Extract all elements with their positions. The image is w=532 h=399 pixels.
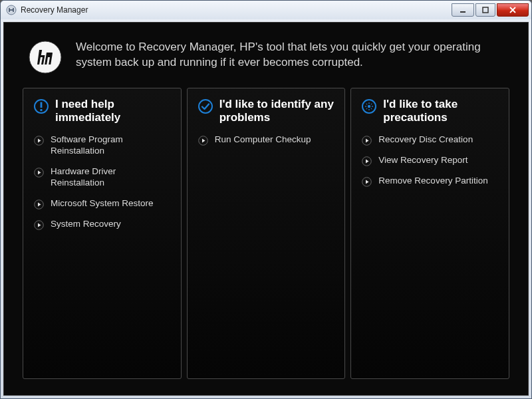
item-ms-system-restore[interactable]: Microsoft System Restore <box>34 198 170 209</box>
app-icon <box>6 5 17 15</box>
svg-point-15 <box>368 105 370 108</box>
item-view-recovery-report[interactable]: View Recovery Report <box>362 155 498 166</box>
column-head: I'd like to identify any problems <box>198 98 334 124</box>
column-immediate-help: I need help immediately Software Program… <box>23 88 182 379</box>
item-label: View Recovery Report <box>378 155 467 166</box>
column-items: Software Program Reinstallation Hardware… <box>34 134 170 230</box>
svg-point-7 <box>40 109 42 111</box>
column-items: Run Computer Checkup <box>198 134 334 146</box>
item-label: System Recovery <box>51 219 121 230</box>
header: Welcome to Recovery Manager, HP's tool t… <box>15 33 517 88</box>
play-icon <box>362 177 372 187</box>
item-software-reinstall[interactable]: Software Program Reinstallation <box>34 134 170 157</box>
item-label: Hardware Driver Reinstallation <box>51 166 170 189</box>
minimize-button[interactable] <box>452 3 474 17</box>
item-label: Remove Recovery Partition <box>378 176 487 187</box>
app-window: Recovery Manager <box>0 0 532 399</box>
window-title: Recovery Manager <box>21 5 452 15</box>
close-button[interactable] <box>497 3 529 17</box>
column-title: I need help immediately <box>55 98 170 124</box>
item-label: Software Program Reinstallation <box>51 134 170 157</box>
gear-icon <box>362 99 376 114</box>
column-precautions: I'd like to take precautions Recovery Di… <box>350 88 509 379</box>
item-label: Recovery Disc Creation <box>378 134 473 146</box>
column-head: I need help immediately <box>34 98 170 124</box>
welcome-text: Welcome to Recovery Manager, HP's tool t… <box>76 40 504 70</box>
column-head: I'd like to take precautions <box>362 98 498 124</box>
item-hardware-driver-reinstall[interactable]: Hardware Driver Reinstallation <box>34 166 170 189</box>
play-icon <box>362 156 372 166</box>
svg-rect-2 <box>483 7 488 13</box>
maximize-button[interactable] <box>475 3 495 17</box>
svg-rect-6 <box>41 102 43 108</box>
play-icon <box>34 200 44 209</box>
svg-point-12 <box>199 100 212 113</box>
column-title: I'd like to identify any problems <box>219 98 334 124</box>
item-recovery-disc-creation[interactable]: Recovery Disc Creation <box>362 134 498 146</box>
play-icon <box>198 136 208 146</box>
item-system-recovery[interactable]: System Recovery <box>34 219 170 230</box>
check-icon <box>198 99 213 114</box>
column-title: I'd like to take precautions <box>383 98 498 124</box>
play-icon <box>362 136 372 146</box>
play-icon <box>34 168 44 178</box>
column-identify-problems: I'd like to identify any problems Run Co… <box>187 88 346 379</box>
hp-logo-icon <box>28 40 63 74</box>
client-area: Welcome to Recovery Manager, HP's tool t… <box>3 22 529 396</box>
item-remove-recovery-partition[interactable]: Remove Recovery Partition <box>362 176 498 187</box>
titlebar[interactable]: Recovery Manager <box>1 1 531 19</box>
columns: I need help immediately Software Program… <box>15 88 517 387</box>
play-icon <box>34 136 44 146</box>
item-label: Run Computer Checkup <box>215 134 311 146</box>
alert-icon <box>34 99 49 114</box>
svg-rect-1 <box>460 11 466 13</box>
play-icon <box>34 220 44 230</box>
column-items: Recovery Disc Creation View Recovery Rep… <box>362 134 498 187</box>
item-label: Microsoft System Restore <box>51 198 154 209</box>
item-run-checkup[interactable]: Run Computer Checkup <box>198 134 334 146</box>
window-controls <box>452 3 529 17</box>
